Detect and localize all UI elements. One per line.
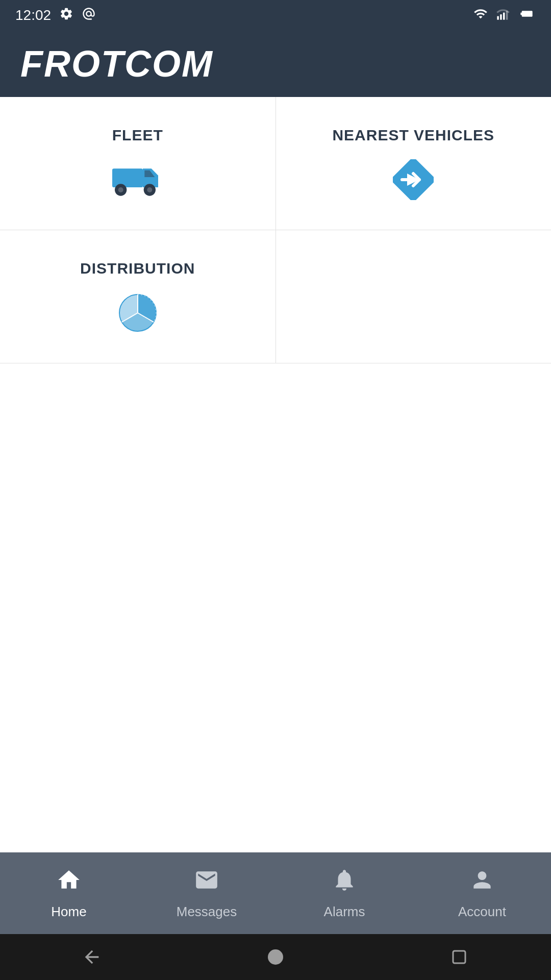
svg-rect-18 — [453, 951, 465, 963]
nav-item-account[interactable]: Account — [413, 859, 551, 928]
svg-point-17 — [268, 949, 283, 965]
status-right — [472, 7, 536, 24]
app-header: FROTCOM — [0, 31, 551, 97]
back-button[interactable] — [77, 942, 107, 972]
svg-rect-3 — [506, 11, 508, 19]
svg-rect-6 — [112, 168, 143, 187]
battery-icon — [517, 7, 536, 24]
home-icon — [56, 867, 82, 899]
truck-icon — [112, 159, 163, 200]
messages-label: Messages — [177, 904, 237, 920]
status-left: 12:02 — [15, 7, 96, 24]
account-label: Account — [458, 904, 506, 920]
wifi-icon — [472, 7, 489, 24]
svg-point-8 — [118, 187, 123, 192]
nearest-vehicles-cell[interactable]: NEAREST VEHICLES — [276, 97, 552, 230]
nearest-vehicles-label: NEAREST VEHICLES — [332, 127, 494, 144]
bottom-nav: Home Messages Alarms Account — [0, 852, 551, 934]
account-icon — [469, 867, 495, 899]
nav-arrow-icon — [388, 159, 439, 200]
empty-cell — [276, 230, 552, 363]
svg-rect-5 — [531, 13, 532, 14]
distribution-label: DISTRIBUTION — [80, 260, 195, 277]
empty-space — [0, 363, 551, 852]
signal-icon — [496, 7, 510, 24]
nav-item-home[interactable]: Home — [0, 859, 138, 928]
status-bar: 12:02 — [0, 0, 551, 31]
at-icon — [82, 7, 96, 24]
time-display: 12:02 — [15, 7, 51, 23]
svg-point-10 — [147, 187, 152, 192]
alarms-icon — [332, 867, 357, 899]
fleet-cell[interactable]: FLEET — [0, 97, 276, 230]
messages-icon — [194, 867, 219, 899]
svg-rect-2 — [503, 12, 505, 19]
svg-rect-4 — [521, 12, 531, 15]
settings-icon — [59, 7, 73, 24]
svg-rect-0 — [497, 16, 499, 19]
recent-apps-button[interactable] — [444, 942, 474, 972]
main-content: FLEET NEAREST VEHICLES — [0, 97, 551, 852]
app-logo: FROTCOM — [20, 43, 213, 85]
nav-item-alarms[interactable]: Alarms — [276, 859, 413, 928]
alarms-label: Alarms — [324, 904, 365, 920]
grid-row-1: FLEET NEAREST VEHICLES — [0, 97, 551, 230]
nav-item-messages[interactable]: Messages — [138, 859, 276, 928]
sys-home-button[interactable] — [260, 942, 291, 972]
grid-row-2: DISTRIBUTION — [0, 230, 551, 363]
svg-rect-1 — [500, 14, 502, 19]
pie-icon — [112, 292, 163, 333]
sys-nav-bar — [0, 934, 551, 980]
distribution-cell[interactable]: DISTRIBUTION — [0, 230, 276, 363]
home-label: Home — [51, 904, 86, 920]
fleet-label: FLEET — [112, 127, 163, 144]
